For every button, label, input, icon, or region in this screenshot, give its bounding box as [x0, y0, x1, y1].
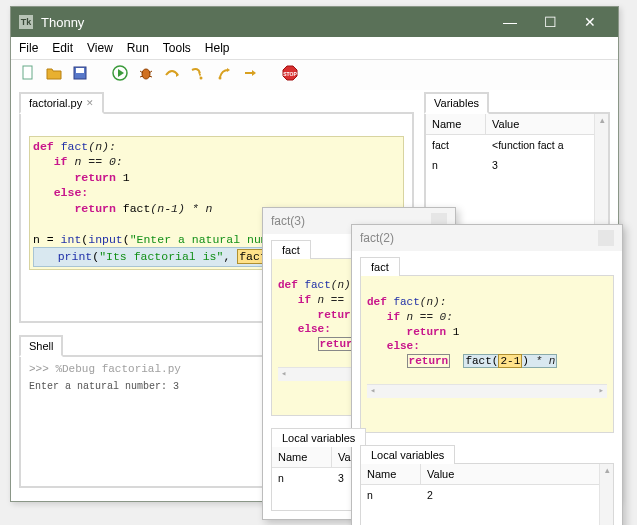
editor-tab[interactable]: factorial.py ✕: [19, 92, 104, 114]
expand-icon[interactable]: [598, 230, 614, 246]
shell-tab[interactable]: Shell: [19, 335, 63, 357]
variables-tab-label: Variables: [434, 97, 479, 109]
menu-bar: File Edit View Run Tools Help: [11, 37, 618, 60]
frame2-local-vars-title: Local variables: [360, 445, 455, 464]
frame2-code: def fact(n): if n == 0: return 1 else: r…: [360, 275, 614, 433]
variables-header: Name Value: [426, 114, 608, 135]
minimize-button[interactable]: —: [490, 7, 530, 37]
debug-icon[interactable]: [137, 64, 155, 82]
frame2-titlebar[interactable]: fact(2): [352, 225, 622, 251]
svg-rect-2: [76, 68, 84, 73]
col-value[interactable]: Value: [486, 114, 608, 134]
table-row[interactable]: n 2: [361, 485, 613, 505]
resume-icon[interactable]: [241, 64, 259, 82]
svg-point-4: [142, 69, 150, 79]
shell-debug-line: %Debug factorial.py: [55, 363, 180, 375]
svg-rect-0: [23, 66, 32, 79]
new-file-icon[interactable]: [19, 64, 37, 82]
shell-prompt: >>>: [29, 363, 49, 375]
inner-highlight: 2-1: [498, 354, 522, 368]
frame2-tab[interactable]: fact: [360, 257, 400, 276]
editor-tab-label: factorial.py: [29, 97, 82, 109]
open-file-icon[interactable]: [45, 64, 63, 82]
menu-view[interactable]: View: [87, 41, 113, 55]
maximize-button[interactable]: ☐: [530, 7, 570, 37]
svg-text:STOP: STOP: [283, 71, 297, 77]
col-value[interactable]: Value: [421, 464, 613, 484]
frame2-local-vars: Name Value n 2 ▴▾: [360, 463, 614, 525]
variables-tab[interactable]: Variables: [424, 92, 489, 114]
svg-point-9: [200, 77, 203, 80]
save-file-icon[interactable]: [71, 64, 89, 82]
window-title: Thonny: [41, 15, 490, 30]
frame3-tab[interactable]: fact: [271, 240, 311, 259]
stop-icon[interactable]: STOP: [281, 64, 299, 82]
menu-edit[interactable]: Edit: [52, 41, 73, 55]
step-over-icon[interactable]: [163, 64, 181, 82]
step-into-icon[interactable]: [189, 64, 207, 82]
inner-expr-box: fact(2-1) * n: [463, 354, 557, 368]
col-name[interactable]: Name: [272, 447, 332, 467]
toolbar: STOP: [11, 60, 618, 90]
shell-tab-label: Shell: [29, 340, 53, 352]
close-button[interactable]: ✕: [570, 7, 610, 37]
frame3-title: fact(3): [271, 214, 305, 228]
title-bar[interactable]: Tk Thonny — ☐ ✕: [11, 7, 618, 37]
run-icon[interactable]: [111, 64, 129, 82]
debug-frame-fact2[interactable]: fact(2) fact def fact(n): if n == 0: ret…: [351, 224, 623, 525]
menu-tools[interactable]: Tools: [163, 41, 191, 55]
close-tab-icon[interactable]: ✕: [86, 98, 94, 108]
step-out-icon[interactable]: [215, 64, 233, 82]
menu-file[interactable]: File: [19, 41, 38, 55]
h-scrollbar[interactable]: ◂▸: [367, 384, 607, 398]
menu-help[interactable]: Help: [205, 41, 230, 55]
svg-point-10: [219, 77, 222, 80]
col-name[interactable]: Name: [361, 464, 421, 484]
table-row[interactable]: n 3: [426, 155, 608, 175]
col-name[interactable]: Name: [426, 114, 486, 134]
frame2-title: fact(2): [360, 231, 394, 245]
menu-run[interactable]: Run: [127, 41, 149, 55]
table-row[interactable]: fact <function fact a: [426, 135, 608, 155]
scrollbar[interactable]: ▴▾: [599, 464, 613, 525]
frame3-local-vars-title: Local variables: [271, 428, 366, 447]
app-icon: Tk: [19, 15, 33, 29]
